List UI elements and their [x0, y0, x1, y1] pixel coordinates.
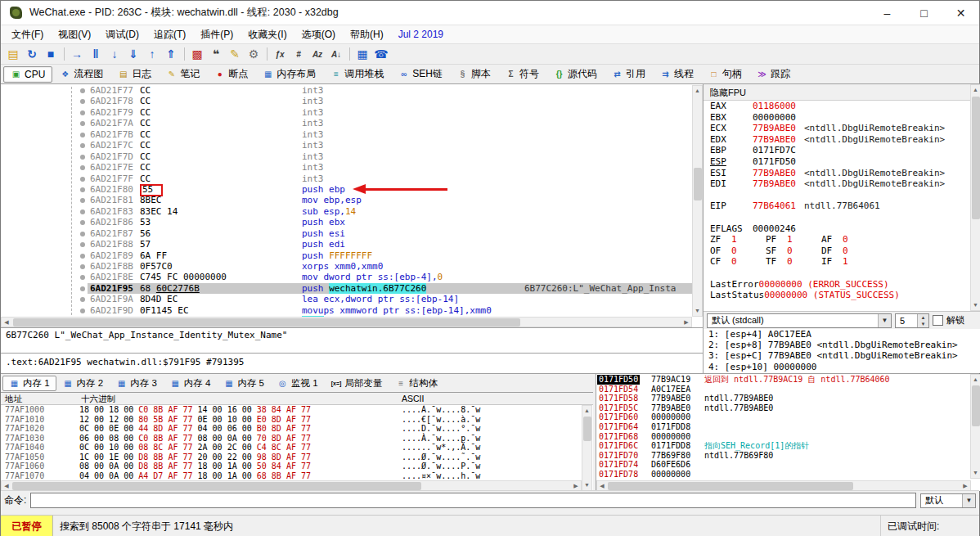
tab-笔记[interactable]: ✎笔记 — [159, 66, 207, 83]
menu-item-6[interactable]: 选项(O) — [294, 25, 343, 44]
restart-icon[interactable]: ↻ — [23, 46, 41, 62]
register-row[interactable]: OF0SF0DF0 — [704, 245, 970, 257]
tab-监视 1[interactable]: ◎监视 1 — [271, 376, 325, 391]
register-row[interactable]: ESP0171FD50 — [704, 156, 970, 168]
hide-fpu-button[interactable]: 隐藏FPU — [704, 84, 980, 101]
memory-row[interactable]: 77AF10200C 00 0E 00 44 8D AF 77 04 00 06… — [1, 424, 582, 434]
close-button[interactable]: ✕ — [942, 1, 979, 25]
tab-内存 5[interactable]: ▦内存 5 — [217, 376, 271, 391]
memory-row[interactable]: 77AF10501C 00 1E 00 D8 8B AF 77 20 00 22… — [1, 453, 582, 462]
stack-row[interactable]: 0171FD74D60FE6D6 — [596, 460, 971, 470]
breakpoint-dot[interactable] — [80, 121, 85, 126]
tab-内存 4[interactable]: ▦内存 4 — [164, 376, 218, 391]
breakpoint-dot[interactable] — [80, 88, 85, 93]
register-row[interactable]: ZF1PF1AF0 — [704, 234, 970, 245]
memory-row[interactable]: 77AF107004 00 0A 00 A4 D7 AF 77 18 00 1A… — [1, 471, 582, 481]
tab-引用[interactable]: ⇄引用 — [605, 66, 653, 83]
disasm-row[interactable]: 6AD21F79CCint3 — [1, 107, 692, 118]
stack-row[interactable]: 0171FD7800000000 — [596, 470, 971, 480]
scrollbar-thumb[interactable] — [972, 97, 980, 219]
scroll-left-icon[interactable]: ◀ — [597, 481, 607, 490]
scroll-up-icon[interactable]: ▲ — [971, 85, 980, 95]
register-row[interactable]: EBX00000000 — [704, 112, 970, 124]
pause-icon[interactable]: ‖ — [87, 46, 105, 62]
tab-内存 1[interactable]: ▦内存 1 — [2, 376, 56, 391]
breakpoint-dot[interactable] — [80, 110, 85, 115]
disasm-row[interactable]: 6AD21F7FCCint3 — [1, 173, 692, 184]
breakpoint-dot[interactable] — [80, 275, 85, 280]
scroll-down-icon[interactable]: ▼ — [971, 300, 980, 310]
disasm-row[interactable]: 6AD21F9A8D4D EClea ecx,dword ptr ss:[ebp… — [1, 294, 692, 304]
disasm-row[interactable]: 6AD21F8EC745 FC 00000000mov dword ptr ss… — [1, 272, 692, 282]
tab-内存布局[interactable]: ▦内存布局 — [255, 66, 323, 83]
scrollbar-thumb[interactable] — [13, 318, 520, 327]
register-row[interactable]: EAX01186000 — [704, 101, 970, 112]
menu-item-4[interactable]: 插件(P) — [193, 25, 241, 44]
tab-流程图[interactable]: ❖流程图 — [52, 66, 110, 83]
stack-row[interactable]: 0171FD5C77B9ABE0ntdll.77B9ABE0 — [596, 403, 971, 413]
stack-row[interactable]: 0171FD5077B9AC19返回到 ntdll.77B9AC19 自 ntd… — [596, 375, 971, 385]
stack-row[interactable]: 0171FD640171FDD8 — [596, 422, 971, 432]
chevron-down-icon[interactable]: ▼ — [878, 314, 891, 327]
calling-convention-dropdown[interactable]: 默认 (stdcall) ▼ — [707, 313, 892, 328]
disasm-row[interactable]: 6AD21F9D0F1145 ECmovups xmmword ptr ss:[… — [1, 305, 692, 316]
command-script-dropdown[interactable]: 默认 ▼ — [920, 493, 976, 508]
stack-row[interactable]: 0171FD6000000000 — [596, 412, 971, 422]
menu-item-7[interactable]: 帮助(H) — [343, 25, 391, 44]
tab-线程[interactable]: ⇉线程 — [653, 66, 701, 83]
register-row[interactable]: EIP77B64061ntdll.77B64061 — [704, 200, 970, 212]
register-row[interactable]: ESI77B9ABE0<ntdll.DbgUiRemoteBreakin> — [704, 168, 970, 179]
breakpoint-dot[interactable] — [80, 209, 85, 214]
breakpoint-dot[interactable] — [80, 297, 85, 302]
spin-down-icon[interactable]: ▼ — [918, 321, 928, 327]
tab-断点[interactable]: ●断点 — [207, 66, 255, 83]
disasm-row[interactable]: 6AD21F9568 60C2776Bpush wechatwin.6B77C2… — [1, 283, 692, 294]
scrollbar-thumb[interactable] — [12, 482, 421, 490]
disasm-row[interactable]: 6AD21F8383EC 14sub esp,14 — [1, 206, 692, 217]
tab-内存 3[interactable]: ▦内存 3 — [110, 376, 164, 391]
disasm-row[interactable]: 6AD21F8756push esi — [1, 228, 692, 239]
scroll-right-icon[interactable]: ▶ — [571, 481, 581, 490]
disasm-row[interactable]: 6AD21F7ECCint3 — [1, 162, 692, 173]
disasm-row[interactable]: 6AD21F8B0F57C0xorps xmm0,xmm0 — [1, 261, 692, 272]
memory-row[interactable]: 77AF101012 00 12 00 80 5B AF 77 0E 00 10… — [1, 415, 582, 425]
maximize-button[interactable]: □ — [906, 1, 942, 25]
breakpoint-dot[interactable] — [80, 232, 85, 236]
disasm-row[interactable]: 6AD21F7BCCint3 — [1, 129, 692, 140]
breakpoint-dot[interactable] — [80, 198, 85, 203]
tab-源代码[interactable]: {}源代码 — [546, 66, 605, 83]
stack-row[interactable]: 0171FD54A0C17EEA — [596, 385, 971, 394]
tab-日志[interactable]: ▤日志 — [110, 66, 159, 83]
breakpoint-dot[interactable] — [80, 143, 85, 148]
register-row[interactable]: CF0TF0IF1 — [704, 256, 970, 268]
chevron-down-icon[interactable]: ▼ — [962, 494, 975, 507]
disasm-row[interactable]: 6AD21F818BECmov ebp,esp — [1, 195, 692, 205]
comment-icon[interactable]: ❝ — [207, 46, 225, 62]
stack-row[interactable]: 0171FD6800000000 — [596, 432, 971, 442]
breakpoint-dot[interactable] — [80, 220, 85, 225]
register-row[interactable]: EDX77B9ABE0<ntdll.DbgUiRemoteBreakin> — [704, 134, 970, 146]
scroll-left-icon[interactable]: ◀ — [2, 481, 11, 490]
scroll-up-icon[interactable]: ▲ — [693, 86, 702, 96]
menu-item-0[interactable]: 文件(F) — [4, 25, 51, 44]
stop-icon[interactable]: ■ — [42, 46, 60, 62]
scroll-down-icon[interactable]: ▼ — [582, 480, 591, 490]
memory-row[interactable]: 77AF106008 00 0A 00 D8 8B AF 77 18 00 1A… — [1, 462, 582, 471]
patches-icon[interactable]: ▩ — [188, 46, 206, 62]
disasm-row[interactable]: 6AD21F8857push edi — [1, 239, 692, 250]
register-row[interactable]: EBP0171FD7C — [704, 145, 970, 156]
scrollbar-thumb[interactable] — [583, 417, 591, 441]
breakpoint-dot[interactable] — [80, 177, 85, 182]
register-row[interactable]: LastError00000000 (ERROR_SUCCESS) — [704, 279, 970, 291]
unlock-checkbox[interactable] — [933, 315, 943, 326]
scroll-right-icon[interactable]: ▶ — [960, 481, 970, 490]
tab-调用堆栈[interactable]: ≡调用堆栈 — [323, 66, 391, 83]
scroll-left-icon[interactable]: ◀ — [2, 318, 11, 327]
label-icon[interactable]: ✎ — [226, 46, 244, 62]
register-row[interactable] — [704, 190, 970, 201]
breakpoint-dot[interactable] — [80, 165, 85, 170]
scroll-up-icon[interactable]: ▲ — [582, 406, 591, 416]
open-file-icon[interactable]: ▤ — [4, 46, 22, 62]
breakpoint-dot[interactable] — [80, 99, 85, 104]
stack-row[interactable]: 0171FD5877B9ABE0ntdll.77B9ABE0 — [596, 394, 971, 403]
